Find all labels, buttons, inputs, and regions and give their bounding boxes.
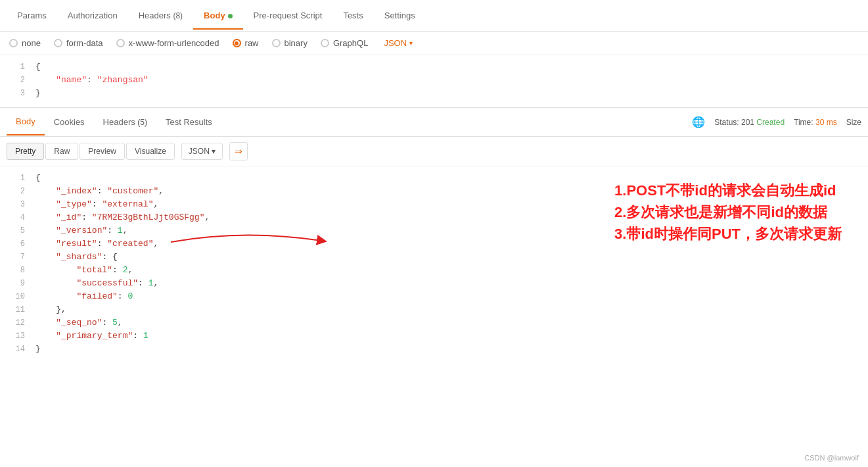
tab-params[interactable]: Params [7,1,57,30]
response-code-lines: 1{2 "_index": "customer",3 "_type": "ext… [0,172,868,356]
response-tab-bar: Body Cookies Headers (5) Test Results 🌐 … [0,108,868,137]
body-active-dot [228,14,233,18]
tab-body[interactable]: Body [193,1,243,30]
radio-circle-urlencoded [116,39,125,47]
format-raw-btn[interactable]: Raw [45,143,78,160]
resp-line-11: 11 }, [0,303,868,316]
resp-tab-headers[interactable]: Headers (5) [94,109,156,135]
radio-circle-form-data [54,39,62,47]
response-format-selector[interactable]: JSON ▾ [181,143,223,160]
resp-tab-body[interactable]: Body [7,109,45,135]
resp-line-5: 5 "_version": 1, [0,224,868,237]
status-area: 🌐 Status: 201 Created Time: 30 ms Size [692,116,861,128]
format-selector[interactable]: JSON ▾ [384,38,413,48]
request-body-editor[interactable]: 1 { 2 "name": "zhangsan" 3 } [0,55,868,108]
resp-tab-cookies[interactable]: Cookies [45,109,94,135]
tab-tests[interactable]: Tests [332,1,373,30]
response-body: 1{2 "_index": "customer",3 "_type": "ext… [0,166,868,416]
radio-urlencoded[interactable]: x-www-form-urlencoded [116,38,219,48]
format-row: Pretty Raw Preview Visualize JSON ▾ ⇒ [0,137,868,166]
response-format-arrow: ▾ [212,147,216,156]
format-pretty-btn[interactable]: Pretty [7,143,44,160]
resp-line-13: 13 "_primary_term": 1 [0,330,868,343]
radio-circle-none [9,39,18,47]
radio-form-data[interactable]: form-data [54,38,103,48]
resp-line-3: 3 "_type": "external", [0,198,868,211]
globe-icon: 🌐 [692,116,705,128]
format-preview-btn[interactable]: Preview [80,143,125,160]
resp-line-12: 12 "_seq_no": 5, [0,316,868,330]
radio-graphql[interactable]: GraphQL [321,38,368,48]
radio-circle-binary [272,39,281,47]
resp-line-14: 14} [0,343,868,356]
tab-settings[interactable]: Settings [374,1,426,30]
req-line-1: 1 { [0,61,868,74]
body-type-row: none form-data x-www-form-urlencoded raw… [0,32,868,55]
radio-binary[interactable]: binary [272,38,308,48]
top-tab-bar: Params Authorization Headers (8) Body Pr… [0,0,868,32]
req-line-2: 2 "name": "zhangsan" [0,74,868,87]
format-dropdown-arrow: ▾ [409,39,413,47]
radio-circle-graphql [321,39,329,47]
radio-none[interactable]: none [9,38,41,48]
tab-prerequest[interactable]: Pre-request Script [243,1,333,30]
resp-line-4: 4 "_id": "7RM2E3gBthLJjt0GSFgg", [0,211,868,224]
resp-line-8: 8 "total": 2, [0,264,868,277]
resp-tab-testresults[interactable]: Test Results [156,109,221,135]
req-line-3: 3 } [0,87,868,100]
tab-headers[interactable]: Headers (8) [128,1,193,30]
resp-line-10: 10 "failed": 0 [0,290,868,303]
resp-line-2: 2 "_index": "customer", [0,185,868,198]
wrap-icon[interactable]: ⇒ [229,142,248,160]
radio-raw[interactable]: raw [233,38,259,48]
resp-line-9: 9 "successful": 1, [0,277,868,290]
format-visualize-btn[interactable]: Visualize [126,143,175,160]
radio-circle-raw [233,39,241,47]
resp-line-1: 1{ [0,172,868,185]
resp-line-6: 6 "result": "created", [0,237,868,251]
tab-authorization[interactable]: Authorization [57,1,128,30]
resp-line-7: 7 "_shards": { [0,251,868,264]
